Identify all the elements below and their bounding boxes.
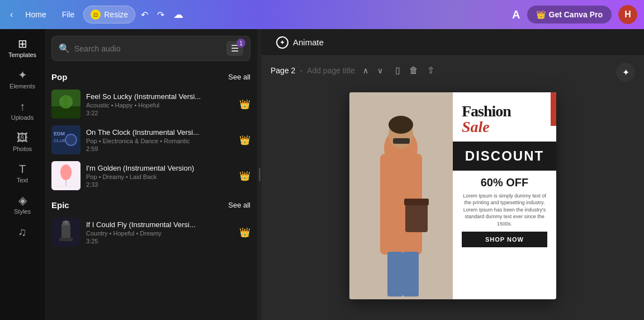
file-button[interactable]: File bbox=[55, 7, 82, 22]
sidebar-item-styles[interactable]: ◈ Styles bbox=[3, 190, 41, 219]
search-wrapper: 🔍 ☰ 1 bbox=[51, 36, 250, 61]
design-preview[interactable]: Fashion Sale DISCOUNT 60% OFF Lorem Ipsu… bbox=[349, 92, 556, 299]
audio-item-feel-so-lucky[interactable]: Feel So Lucky (Instrumental Versi... Aco… bbox=[51, 86, 250, 122]
svg-rect-22 bbox=[405, 204, 428, 232]
resize-button[interactable]: ⊡ Resize bbox=[83, 6, 135, 23]
audio-tags: Pop • Electronica & Dance • Romantic bbox=[86, 138, 234, 144]
audio-duration: 3:25 bbox=[86, 238, 234, 244]
audio-list: Pop See all Feel So Lucky (Instrumental … bbox=[45, 65, 257, 320]
audio-info-if-i-could-fly: If I Could Fly (Instrumental Versi... Co… bbox=[86, 220, 234, 244]
audio-item-on-the-clock[interactable]: EDM CLUB On The Clock (Instrumental Vers… bbox=[51, 122, 250, 158]
page-header: Page 2 - Add page title ∧ ∨ ▯ 🗑 ⇧ bbox=[262, 56, 644, 82]
font-a-button[interactable]: A bbox=[512, 8, 520, 21]
svg-rect-26 bbox=[393, 138, 410, 144]
svg-rect-3 bbox=[64, 95, 68, 109]
topbar: ‹ Home File ⊡ Resize ↶ ↷ ☁ A 👑 Get Canva… bbox=[0, 0, 644, 29]
canvas-toolbar: ✦ Animate bbox=[262, 29, 644, 56]
get-canva-pro-button[interactable]: 👑 Get Canva Pro bbox=[527, 6, 612, 23]
premium-crown-icon: 👑 bbox=[239, 227, 250, 238]
audio-right: 👑 bbox=[239, 171, 250, 181]
thumb-img-feel-so-lucky bbox=[51, 90, 80, 119]
svg-point-21 bbox=[389, 116, 413, 134]
svg-point-16 bbox=[64, 220, 68, 224]
audio-thumb-if-i-could-fly bbox=[51, 218, 80, 247]
page-title-placeholder[interactable]: Add page title bbox=[307, 66, 355, 75]
audio-thumb-im-golden bbox=[51, 161, 80, 190]
ai-button[interactable]: ✦ bbox=[616, 63, 635, 82]
audio-info-on-the-clock: On The Clock (Instrumental Versi... Pop … bbox=[86, 128, 234, 152]
svg-text:CLUB: CLUB bbox=[54, 138, 66, 143]
redo-button[interactable]: ↷ bbox=[154, 6, 168, 23]
audio-right: 👑 bbox=[239, 135, 250, 145]
discount-text: DISCOUNT bbox=[462, 148, 547, 164]
panel-resize-handle[interactable] bbox=[257, 29, 262, 320]
audio-item-if-i-could-fly[interactable]: If I Could Fly (Instrumental Versi... Co… bbox=[51, 214, 250, 250]
svg-point-9 bbox=[60, 164, 72, 180]
animate-icon: ✦ bbox=[276, 36, 288, 49]
audio-panel: 🔍 ☰ 1 Pop See all bbox=[45, 29, 257, 320]
copy-page-button[interactable]: ▯ bbox=[393, 63, 402, 78]
thumb-img-on-the-clock: EDM CLUB bbox=[51, 125, 80, 154]
pop-section-title: Pop bbox=[51, 72, 67, 82]
delete-page-button[interactable]: 🗑 bbox=[407, 63, 420, 78]
design-left-image bbox=[349, 92, 453, 299]
sidebar-item-text[interactable]: T Text bbox=[3, 159, 41, 188]
audio-icon: ♫ bbox=[18, 226, 27, 237]
styles-icon: ◈ bbox=[18, 195, 27, 206]
thumb-img-im-golden bbox=[51, 161, 80, 190]
shop-now-button[interactable]: SHOP NOW bbox=[462, 232, 547, 247]
topbar-right: A 👑 Get Canva Pro H bbox=[512, 5, 637, 24]
sidebar-item-elements[interactable]: ✦ Elements bbox=[3, 65, 41, 94]
page-nav-up-button[interactable]: ∧ bbox=[359, 65, 372, 76]
page-title-separator: - bbox=[300, 66, 302, 75]
sidebar-item-uploads[interactable]: ↑ Uploads bbox=[3, 96, 41, 125]
animate-button[interactable]: ✦ Animate bbox=[271, 33, 329, 52]
premium-crown-icon: 👑 bbox=[239, 99, 250, 110]
lorem-text: Lorem Ipsum is simply dummy text of the … bbox=[453, 192, 556, 228]
uploads-icon: ↑ bbox=[20, 101, 25, 112]
audio-tags: Pop • Dreamy • Laid Back bbox=[86, 173, 234, 180]
audio-title: On The Clock (Instrumental Versi... bbox=[86, 128, 234, 137]
epic-section-title: Epic bbox=[51, 200, 69, 210]
svg-rect-24 bbox=[387, 252, 403, 297]
audio-duration: 2:33 bbox=[86, 181, 234, 188]
audio-right: 👑 bbox=[239, 227, 250, 238]
resize-icon: ⊡ bbox=[91, 10, 101, 20]
search-input[interactable] bbox=[74, 44, 222, 53]
search-icon: 🔍 bbox=[59, 43, 70, 54]
text-icon: T bbox=[19, 163, 26, 175]
filter-button[interactable]: ☰ 1 bbox=[226, 41, 243, 56]
design-right-content: Fashion Sale DISCOUNT 60% OFF Lorem Ipsu… bbox=[453, 92, 556, 299]
audio-item-im-golden[interactable]: I'm Golden (Instrumental Version) Pop • … bbox=[51, 158, 250, 194]
avatar[interactable]: H bbox=[618, 5, 637, 24]
fashion-sale: Sale bbox=[462, 119, 511, 135]
page-nav-down-button[interactable]: ∨ bbox=[374, 65, 386, 76]
home-button[interactable]: Home bbox=[18, 7, 53, 22]
page-actions: ▯ 🗑 ⇧ bbox=[393, 63, 437, 78]
svg-rect-11 bbox=[56, 186, 76, 187]
premium-crown-icon: 👑 bbox=[239, 171, 250, 181]
svg-rect-23 bbox=[404, 199, 429, 205]
fashion-header: Fashion Sale bbox=[453, 92, 556, 142]
epic-see-all-button[interactable]: See all bbox=[228, 201, 250, 209]
filter-badge: 1 bbox=[236, 39, 245, 48]
pop-see-all-button[interactable]: See all bbox=[228, 73, 250, 81]
canvas-area: ✦ Animate Page 2 - Add page title ∧ ∨ ▯ … bbox=[262, 29, 644, 320]
percent-off: 60% OFF bbox=[453, 171, 556, 192]
nav-icons: ↶ ↷ bbox=[138, 6, 168, 23]
audio-tags: Country • Hopeful • Dreamy bbox=[86, 230, 234, 237]
sidebar: ⊞ Templates ✦ Elements ↑ Uploads 🖼 Photo… bbox=[0, 29, 45, 320]
sidebar-item-audio[interactable]: ♫ bbox=[3, 222, 41, 244]
sidebar-item-photos[interactable]: 🖼 Photos bbox=[3, 128, 41, 157]
pop-section-header: Pop See all bbox=[51, 65, 250, 86]
page-nav: ∧ ∨ bbox=[359, 65, 386, 76]
share-page-button[interactable]: ⇧ bbox=[425, 63, 437, 78]
sidebar-item-templates[interactable]: ⊞ Templates bbox=[3, 34, 41, 63]
audio-title: If I Could Fly (Instrumental Versi... bbox=[86, 220, 234, 229]
elements-icon: ✦ bbox=[18, 69, 27, 81]
cloud-save-button[interactable]: ☁ bbox=[170, 5, 187, 24]
templates-icon: ⊞ bbox=[18, 38, 27, 49]
resize-dot bbox=[259, 168, 261, 181]
back-button[interactable]: ‹ bbox=[7, 6, 16, 23]
undo-button[interactable]: ↶ bbox=[138, 6, 151, 23]
